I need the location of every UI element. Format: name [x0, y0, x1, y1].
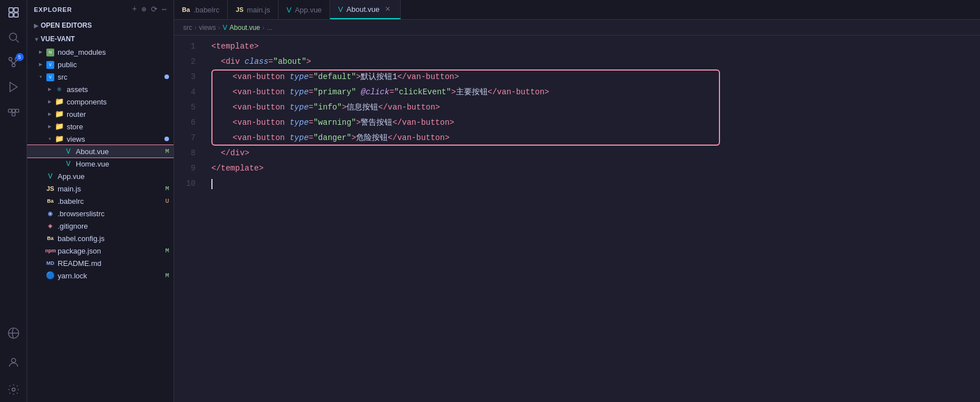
new-folder-icon[interactable]: ⊕	[141, 5, 146, 14]
code-line-5: <van-button type="info">信息按钮</van-button…	[211, 100, 720, 115]
babel-config-label: babel.config.js	[58, 234, 174, 243]
about-vue-tab-icon: V	[338, 5, 343, 14]
settings-icon[interactable]	[6, 382, 21, 397]
open-editors-label: OPEN EDITORS	[41, 21, 92, 29]
code-line-8: </div>	[211, 146, 980, 161]
src-arrow: ▾	[36, 73, 45, 80]
collapse-icon[interactable]: ⋯	[162, 5, 167, 14]
home-vue-icon: V	[63, 160, 73, 168]
tab-main-js[interactable]: JS main.js	[228, 0, 279, 19]
sidebar-item-about-vue[interactable]: ▶ V About.vue M	[27, 145, 174, 158]
package-json-icon: npm	[45, 248, 55, 254]
svg-point-4	[9, 33, 16, 41]
views-icon: 📁	[54, 134, 64, 143]
about-vue-badge: M	[165, 148, 169, 155]
run-icon[interactable]	[6, 79, 21, 95]
breadcrumb-vue-icon: V	[223, 24, 227, 32]
sidebar-item-main-js[interactable]: ▶ JS main.js M	[27, 182, 174, 195]
tab-babelrc[interactable]: Ba .babelrc	[174, 0, 228, 19]
node-modules-icon: N	[45, 47, 55, 56]
text-cursor	[211, 179, 213, 189]
code-line-10[interactable]	[211, 176, 980, 191]
new-file-icon[interactable]: +	[132, 5, 137, 14]
refresh-icon[interactable]: ⟳	[151, 5, 158, 14]
sidebar-item-src[interactable]: ▾ V src	[27, 71, 174, 83]
sidebar-item-views[interactable]: ▾ 📁 views	[27, 133, 174, 145]
node-modules-arrow: ▶	[36, 49, 45, 55]
babelrc-label: .babelrc	[58, 197, 165, 206]
sidebar-item-yarn-lock[interactable]: ▶ 🔵 yarn.lock M	[27, 269, 174, 282]
about-vue-icon: V	[63, 147, 73, 156]
babelrc-icon: Ba	[45, 198, 55, 204]
readme-label: README.md	[58, 259, 174, 268]
router-label: router	[67, 110, 174, 119]
main-panel: Ba .babelrc JS main.js V App.vue V About…	[174, 0, 980, 402]
sidebar-item-assets[interactable]: ▶ ⚛ assets	[27, 83, 174, 95]
search-icon[interactable]	[6, 29, 21, 45]
line-num-8: 8	[191, 146, 196, 161]
store-icon: 📁	[54, 122, 64, 131]
sidebar-item-components[interactable]: ▶ 📁 components	[27, 95, 174, 108]
svg-rect-3	[14, 13, 18, 17]
src-icon: V	[45, 72, 55, 81]
remote-icon[interactable]	[6, 325, 21, 341]
account-icon[interactable]	[6, 355, 21, 370]
svg-rect-15	[12, 113, 15, 116]
app-vue-icon: V	[45, 172, 55, 181]
sidebar-item-store[interactable]: ▶ 📁 store	[27, 120, 174, 133]
components-arrow: ▶	[45, 98, 54, 105]
package-json-badge: M	[165, 247, 169, 254]
tab-about-vue[interactable]: V About.vue ✕	[330, 0, 400, 19]
sidebar-item-app-vue[interactable]: ▶ V App.vue	[27, 170, 174, 182]
views-arrow: ▾	[45, 136, 54, 142]
views-modified-dot	[164, 137, 169, 141]
breadcrumb-about-vue: About.vue	[229, 24, 260, 32]
about-vue-label: About.vue	[76, 147, 165, 156]
package-json-label: package.json	[58, 247, 165, 255]
breadcrumb-sep2: ›	[218, 24, 220, 32]
sidebar-title: EXPLORER	[34, 6, 72, 13]
sidebar-item-babel-config[interactable]: ▶ Ba babel.config.js	[27, 232, 174, 244]
browserslistrc-label: .browserslistrc	[58, 209, 174, 218]
svg-rect-0	[8, 8, 12, 12]
sidebar-item-readme[interactable]: ▶ MD README.md	[27, 257, 174, 269]
line-num-7: 7	[191, 130, 196, 146]
svg-rect-1	[14, 8, 18, 12]
sidebar-item-gitignore[interactable]: ▶ ◈ .gitignore	[27, 220, 174, 232]
highlighted-block: <van-button type="default">默认按钮1</van-bu…	[211, 69, 720, 146]
files-icon[interactable]	[6, 5, 21, 20]
open-editors-header[interactable]: ▶ OPEN EDITORS	[27, 19, 174, 32]
views-label: views	[67, 135, 164, 143]
about-vue-tab-close[interactable]: ✕	[383, 5, 392, 14]
assets-icon: ⚛	[54, 85, 64, 94]
breadcrumb: src › views › V About.vue › ...	[174, 20, 980, 36]
source-control-icon[interactable]: 5	[6, 54, 21, 70]
line-num-1: 1	[191, 39, 196, 54]
router-arrow: ▶	[45, 111, 54, 117]
src-modified-dot	[164, 75, 169, 79]
line-num-2: 2	[191, 54, 196, 69]
code-content[interactable]: <template> <div class="about"> <van-butt…	[202, 36, 980, 402]
assets-arrow: ▶	[45, 86, 54, 93]
sidebar-item-package-json[interactable]: ▶ npm package.json M	[27, 244, 174, 257]
sidebar-item-node-modules[interactable]: ▶ N node_modules	[27, 46, 174, 58]
sidebar-item-home-vue[interactable]: ▶ V Home.vue	[27, 158, 174, 170]
vue-vant-header[interactable]: ▾ VUE-VANT	[27, 32, 174, 46]
sidebar-item-public[interactable]: ▶ V public	[27, 58, 174, 71]
template-close-tag: </template>	[211, 162, 263, 175]
sidebar-item-browserslistrc[interactable]: ▶ ◉ .browserslistrc	[27, 207, 174, 220]
babelrc-badge: U	[165, 198, 169, 204]
gitignore-label: .gitignore	[58, 222, 174, 230]
template-open-tag: <template>	[211, 40, 259, 53]
extensions-icon[interactable]	[6, 104, 21, 120]
sidebar-item-router[interactable]: ▶ 📁 router	[27, 108, 174, 120]
svg-rect-13	[12, 109, 15, 112]
sidebar: EXPLORER + ⊕ ⟳ ⋯ ▶ OPEN EDITORS ▾ VUE-VA…	[27, 0, 174, 402]
sidebar-item-babelrc[interactable]: ▶ Ba .babelrc U	[27, 195, 174, 207]
tab-app-vue[interactable]: V App.vue	[279, 0, 330, 19]
file-tree: ▶ N node_modules ▶ V public ▾ V src ▶ ⚛ …	[27, 46, 174, 282]
svg-point-8	[12, 64, 15, 67]
open-editors-arrow: ▶	[32, 23, 41, 29]
line-num-5: 5	[191, 100, 196, 115]
yarn-lock-label: yarn.lock	[58, 272, 165, 280]
